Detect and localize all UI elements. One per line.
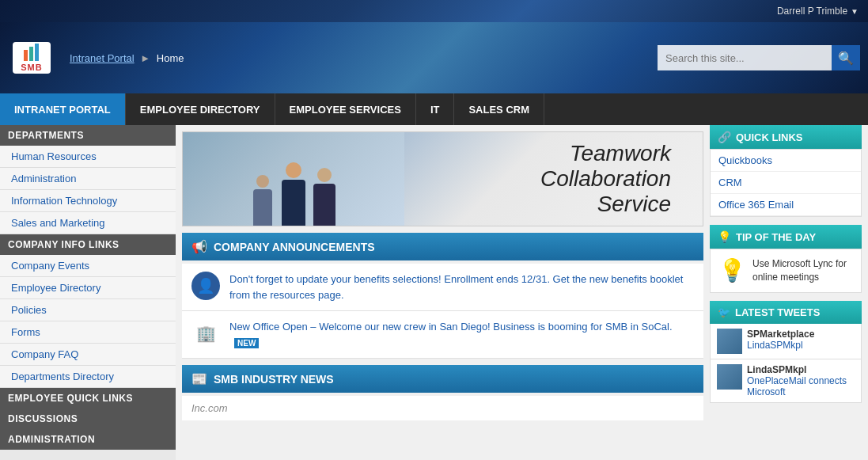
- hero-people: [183, 132, 404, 226]
- news-title: SMB INDUSTRY NEWS: [214, 373, 334, 386]
- breadcrumb-separator: ►: [140, 52, 150, 64]
- user-dropdown-arrow: ▼: [851, 7, 859, 16]
- breadcrumb: Intranet Portal ► Home: [70, 52, 184, 64]
- logo-area: SMB: [13, 42, 51, 74]
- tweet-item-2: LindaSPMkpl OnePlaceMail connects Micros…: [710, 359, 862, 403]
- tip-icon: 💡: [718, 230, 731, 243]
- person-body-2: [282, 180, 305, 226]
- quick-link-office365[interactable]: Office 365 Email: [711, 194, 861, 216]
- announcements-header: 📢 COMPANY ANNOUNCEMENTS: [182, 233, 703, 260]
- hero-people-image: [183, 132, 404, 226]
- nav-item-employee-services[interactable]: EMPLOYEE SERVICES: [275, 93, 416, 125]
- announcement-item-2: 🏢 New Office Open – Welcome our new crew…: [182, 311, 703, 359]
- tweet-source-2: LindaSPMkpl: [747, 364, 855, 375]
- nav-item-it[interactable]: IT: [416, 93, 455, 125]
- quick-links-header: 🔗 QUICK LINKS: [710, 125, 862, 149]
- quick-link-crm[interactable]: CRM: [711, 172, 861, 194]
- person-silhouette-1: [249, 175, 277, 226]
- news-icon: 📰: [191, 371, 207, 386]
- hero-text: Teamwork Collaboration Service: [540, 141, 671, 217]
- breadcrumb-home: Home: [157, 52, 184, 64]
- announcements-title: COMPANY ANNOUNCEMENTS: [214, 241, 375, 253]
- quick-links-icon: 🔗: [718, 131, 731, 143]
- search-button[interactable]: 🔍: [832, 45, 860, 70]
- main-layout: DEPARTMENTS Human Resources Administrati…: [0, 125, 868, 460]
- announcement-icon-symbol-2: 🏢: [196, 324, 216, 343]
- person-head-3: [317, 168, 332, 182]
- quick-links-list: Quickbooks CRM Office 365 Email: [710, 149, 862, 217]
- search-input[interactable]: [658, 45, 832, 70]
- tip-title: TIP OF THE DAY: [736, 231, 816, 243]
- content-area: Teamwork Collaboration Service 📢 COMPANY…: [176, 125, 710, 460]
- sidebar-administration-header: ADMINISTRATION: [0, 429, 176, 450]
- tweet-avatar-1: [717, 329, 742, 354]
- tweets-header: 🐦 LATEST TWEETS: [710, 301, 862, 324]
- tweet-item-1: SPMarketplace LindaSPMkpl: [710, 324, 862, 359]
- search-icon: 🔍: [838, 51, 854, 66]
- sidebar-item-company-faq[interactable]: Company FAQ: [0, 344, 176, 366]
- tip-bulb-icon: 💡: [718, 257, 746, 283]
- hero-line2: Collaboration: [540, 166, 671, 192]
- sidebar-item-policies[interactable]: Policies: [0, 299, 176, 321]
- tweet-content-1: SPMarketplace LindaSPMkpl: [747, 329, 814, 354]
- logo-icon: SMB: [13, 42, 51, 74]
- sidebar-employee-quick-links-header: EMPLOYEE QUICK LINKS: [0, 388, 176, 409]
- person-head-2: [286, 162, 301, 178]
- username: Darrell P Trimble: [777, 6, 847, 17]
- announcement-icon-symbol: 👤: [197, 277, 214, 295]
- announcements-list: 👤 Don't forget to update your benefits s…: [182, 264, 703, 359]
- site-header: SMB Intranet Portal ► Home 🔍: [0, 22, 868, 93]
- sidebar-item-sales-marketing[interactable]: Sales and Marketing: [0, 212, 176, 234]
- tweets-widget: 🐦 LATEST TWEETS SPMarketplace LindaSPMkp…: [710, 301, 862, 403]
- tweets-title: LATEST TWEETS: [735, 306, 820, 318]
- quick-links-title: QUICK LINKS: [736, 131, 803, 143]
- hero-banner: Teamwork Collaboration Service: [182, 131, 703, 226]
- news-section: 📰 SMB INDUSTRY NEWS Inc.com: [182, 365, 703, 420]
- quick-link-quickbooks[interactable]: Quickbooks: [711, 150, 861, 172]
- sidebar: DEPARTMENTS Human Resources Administrati…: [0, 125, 176, 460]
- new-badge: NEW: [234, 338, 259, 348]
- sidebar-item-information-technology[interactable]: Information Technology: [0, 190, 176, 212]
- announcement-text-1[interactable]: Don't forget to update your benefits sel…: [229, 272, 694, 302]
- right-sidebar: 🔗 QUICK LINKS Quickbooks CRM Office 365 …: [710, 125, 868, 460]
- sidebar-company-info-header: COMPANY INFO LINKS: [0, 234, 176, 255]
- sidebar-item-administration[interactable]: Administration: [0, 168, 176, 190]
- sidebar-item-company-events[interactable]: Company Events: [0, 255, 176, 277]
- news-header: 📰 SMB INDUSTRY NEWS: [182, 365, 703, 393]
- sidebar-item-human-resources[interactable]: Human Resources: [0, 146, 176, 168]
- nav-item-intranet-portal[interactable]: INTRANET PORTAL: [0, 93, 126, 125]
- search-area: 🔍: [658, 45, 860, 70]
- sidebar-discussions-header: DISCUSSIONS: [0, 409, 176, 429]
- logo-text: SMB: [21, 63, 42, 72]
- person-head: [256, 175, 269, 188]
- person-silhouette-3: [311, 168, 339, 226]
- sidebar-item-employee-directory[interactable]: Employee Directory: [0, 277, 176, 299]
- person-body-3: [313, 184, 335, 226]
- hero-line3: Service: [540, 192, 671, 217]
- sidebar-departments-header: DEPARTMENTS: [0, 125, 176, 146]
- nav-item-sales-crm[interactable]: SALES CRM: [454, 93, 544, 125]
- nav-item-employee-directory[interactable]: EMPLOYEE DIRECTORY: [126, 93, 275, 125]
- tweet-avatar-image-2: [717, 364, 742, 390]
- tip-header: 💡 TIP OF THE DAY: [710, 225, 862, 249]
- sidebar-item-forms[interactable]: Forms: [0, 321, 176, 344]
- tweet-content-2: LindaSPMkpl OnePlaceMail connects Micros…: [747, 364, 855, 397]
- tip-widget: 💡 TIP OF THE DAY 💡 Use Microsoft Lync fo…: [710, 225, 862, 293]
- breadcrumb-portal-link[interactable]: Intranet Portal: [70, 52, 135, 64]
- tip-text: Use Microsoft Lync for online meetings: [752, 257, 853, 284]
- announcements-icon: 📢: [191, 239, 207, 254]
- person-silhouette-2: [280, 162, 308, 226]
- tweet-handle-1: LindaSPMkpl: [747, 340, 814, 351]
- hero-line1: Teamwork: [540, 141, 671, 166]
- news-placeholder-text: Inc.com: [191, 402, 228, 414]
- tweet-source-1: SPMarketplace: [747, 329, 814, 340]
- tweet-avatar-image-1: [717, 329, 742, 354]
- nav-bar: INTRANET PORTAL EMPLOYEE DIRECTORY EMPLO…: [0, 93, 868, 125]
- sidebar-item-departments-directory[interactable]: Departments Directory: [0, 366, 176, 388]
- announcement-item-1: 👤 Don't forget to update your benefits s…: [182, 264, 703, 311]
- announcement-text-2[interactable]: New Office Open – Welcome our new crew i…: [229, 319, 694, 350]
- person-body: [253, 189, 272, 226]
- announcement-icon-2: 🏢: [191, 319, 220, 348]
- user-menu[interactable]: Darrell P Trimble ▼: [777, 6, 859, 17]
- twitter-icon: 🐦: [718, 306, 730, 318]
